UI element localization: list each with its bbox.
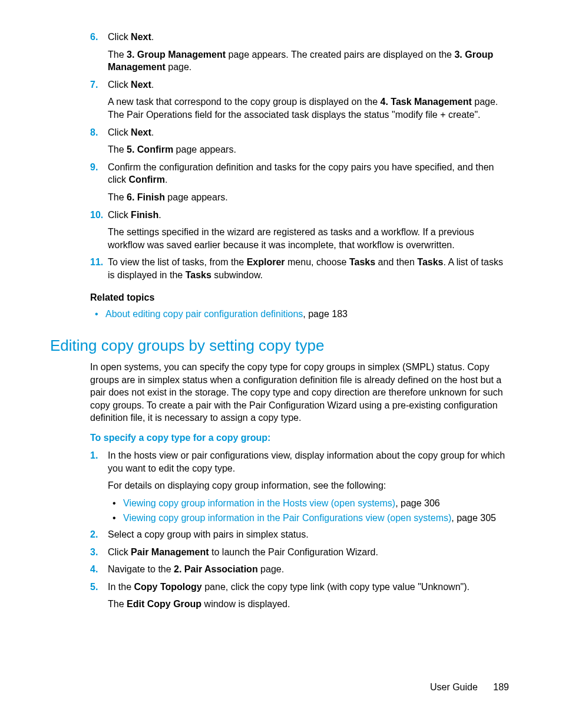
list-item: 11.To view the list of tasks, from the E… — [50, 256, 509, 281]
list-number: 1. — [90, 449, 98, 462]
document-page: 6.Click Next.The 3. Group Management pag… — [0, 0, 562, 728]
list-number: 9. — [90, 161, 98, 174]
cross-reference-link[interactable]: Viewing copy group information in the Pa… — [123, 513, 451, 523]
ordered-list-b: 1.In the hosts view or pair configuratio… — [50, 449, 509, 611]
list-item: 3.Click Pair Management to launch the Pa… — [50, 546, 509, 559]
list-number: 10. — [90, 209, 103, 222]
sub-link-list: Viewing copy group information in the Ho… — [108, 497, 509, 525]
section-heading: Editing copy groups by setting copy type — [50, 337, 509, 355]
list-item-subtext: The settings specified in the wizard are… — [108, 226, 509, 251]
list-item-subtext: A new task that correspond to the copy g… — [108, 95, 509, 121]
list-number: 2. — [90, 528, 98, 541]
list-item-text: Click Next. — [108, 78, 509, 91]
list-item-text: Confirm the configuration definition and… — [108, 161, 509, 186]
list-item-text: Click Next. — [108, 31, 509, 44]
list-item-text: To view the list of tasks, from the Expl… — [108, 256, 509, 281]
list-item-text: Select a copy group with pairs in simple… — [108, 528, 509, 541]
list-item: 1.In the hosts view or pair configuratio… — [50, 449, 509, 525]
list-item-subtext: The Edit Copy Group window is displayed. — [108, 598, 509, 611]
footer-label: User Guide — [430, 682, 478, 692]
list-number: 11. — [90, 256, 103, 269]
list-item-text: Click Pair Management to launch the Pair… — [108, 546, 509, 559]
list-item-text: Click Next. — [108, 126, 509, 139]
list-item-subtext: The 6. Finish page appears. — [108, 191, 509, 204]
list-item: 6.Click Next.The 3. Group Management pag… — [50, 31, 509, 74]
related-topics-heading: Related topics — [90, 292, 509, 303]
sub-link-item: Viewing copy group information in the Ho… — [108, 497, 509, 510]
list-item: 10.Click Finish.The settings specified i… — [50, 209, 509, 252]
list-number: 6. — [90, 31, 98, 44]
list-item: 8.Click Next.The 5. Confirm page appears… — [50, 126, 509, 156]
list-number: 5. — [90, 581, 98, 594]
list-item-subtext: For details on displaying copy group inf… — [108, 479, 509, 492]
list-item: 5.In the Copy Topology pane, click the c… — [50, 581, 509, 611]
list-item-text: In the hosts view or pair configurations… — [108, 449, 509, 475]
list-item-subtext: The 5. Confirm page appears. — [108, 143, 509, 156]
page-footer: User Guide 189 — [430, 682, 509, 693]
footer-page-number: 189 — [493, 682, 509, 693]
list-number: 7. — [90, 78, 98, 91]
section-intro: In open systems, you can specify the cop… — [90, 361, 509, 424]
cross-reference-link[interactable]: Viewing copy group information in the Ho… — [123, 498, 395, 508]
list-item-text: Click Finish. — [108, 209, 509, 222]
cross-reference-link[interactable]: About editing copy pair configuration de… — [105, 309, 303, 319]
related-link-item: About editing copy pair configuration de… — [90, 308, 509, 321]
list-item-text: In the Copy Topology pane, click the cop… — [108, 581, 509, 594]
list-number: 4. — [90, 563, 98, 576]
ordered-list-a: 6.Click Next.The 3. Group Management pag… — [50, 31, 509, 282]
list-number: 8. — [90, 126, 98, 139]
list-item: 9.Confirm the configuration definition a… — [50, 161, 509, 204]
list-item: 4.Navigate to the 2. Pair Association pa… — [50, 563, 509, 576]
sub-link-item: Viewing copy group information in the Pa… — [108, 512, 509, 525]
procedure-heading: To specify a copy type for a copy group: — [90, 433, 509, 443]
related-topics-list: About editing copy pair configuration de… — [90, 308, 509, 321]
list-item: 2.Select a copy group with pairs in simp… — [50, 528, 509, 541]
list-number: 3. — [90, 546, 98, 559]
list-item-text: Navigate to the 2. Pair Association page… — [108, 563, 509, 576]
list-item-subtext: The 3. Group Management page appears. Th… — [108, 48, 509, 74]
list-item: 7.Click Next.A new task that correspond … — [50, 78, 509, 121]
